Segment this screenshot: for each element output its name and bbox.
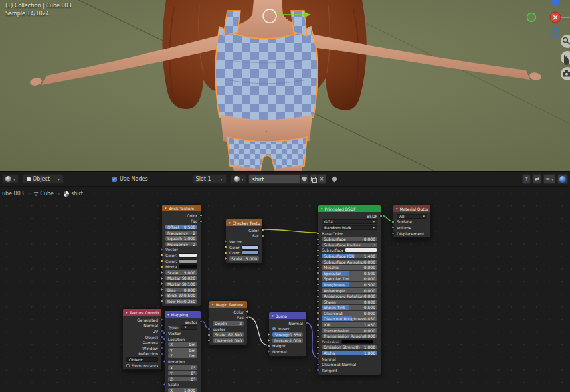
node-row[interactable]: ✓ Random Walk ▾ bbox=[318, 225, 381, 231]
node-row[interactable]: ✓ Type: Type: Point ▾ bbox=[165, 325, 201, 331]
row-widget[interactable]: Clearcoat 0.000 ▾ bbox=[322, 311, 377, 316]
collapse-icon[interactable]: ▾ bbox=[396, 207, 398, 211]
color-swatch[interactable] bbox=[242, 245, 259, 250]
node-row[interactable]: ✓ Normal Normal ▾ bbox=[318, 356, 381, 362]
material-preview-button[interactable] bbox=[557, 174, 568, 184]
input-socket[interactable] bbox=[163, 332, 166, 335]
input-socket[interactable] bbox=[316, 312, 320, 315]
input-socket[interactable] bbox=[316, 254, 320, 258]
input-socket[interactable] bbox=[316, 272, 320, 275]
output-socket[interactable] bbox=[160, 347, 163, 350]
material-name-field[interactable]: shirt bbox=[248, 174, 300, 184]
input-socket[interactable] bbox=[207, 339, 211, 342]
node-row[interactable]: ✓ Generated Generated ▾ bbox=[123, 317, 161, 323]
input-socket[interactable] bbox=[160, 276, 163, 280]
node-row[interactable]: ✓ Vector Vector ▾ bbox=[165, 330, 201, 336]
input-socket[interactable] bbox=[316, 300, 320, 304]
node-row[interactable]: ✓ Subsurface Radius Subsurface Radius ▾ bbox=[318, 242, 381, 248]
node-row[interactable]: ✓ Bias Bias 0.000 ▾ bbox=[162, 287, 201, 293]
collapse-icon[interactable]: ▾ bbox=[212, 302, 214, 306]
node-row[interactable]: ✓ X X 1.000 ▾ bbox=[165, 387, 201, 392]
input-socket[interactable] bbox=[224, 246, 227, 249]
node-row[interactable]: ✓ Vector Vector ▾ bbox=[226, 239, 262, 245]
input-socket[interactable] bbox=[316, 306, 320, 309]
row-widget[interactable]: Subsurface IOR 1.400 ▾ bbox=[322, 254, 377, 258]
input-socket[interactable] bbox=[316, 323, 320, 326]
node-row[interactable]: ✓ Specular Tint Specular Tint 0.000 ▾ bbox=[318, 276, 381, 282]
output-socket[interactable] bbox=[199, 219, 203, 223]
node-row[interactable]: ✓ Color Color ▾ bbox=[209, 309, 247, 315]
node-row[interactable]: ✓ Subsurface Anisotropy Subsurface Aniso… bbox=[318, 259, 381, 265]
input-socket[interactable] bbox=[391, 226, 395, 229]
input-socket[interactable] bbox=[160, 265, 163, 268]
node-row[interactable]: ✓ Distance Distance 1.000 ▾ bbox=[269, 338, 306, 343]
node-row[interactable]: ✓ All ▾ bbox=[393, 213, 430, 219]
node-row[interactable]: ✓ GGX ▾ bbox=[318, 219, 381, 225]
node-row[interactable]: ✓ Brick Width Brick Width 0.500 ▾ bbox=[162, 292, 201, 298]
node-row[interactable]: ✓ Color2 Color2 ▾ bbox=[226, 250, 262, 256]
input-socket[interactable] bbox=[207, 328, 211, 331]
node-row[interactable]: ✓ X X 0° ▾ bbox=[165, 365, 201, 371]
row-widget[interactable]: Distance 1.000 ▾ bbox=[272, 338, 303, 343]
node-row[interactable]: ✓ Camera Camera ▾ bbox=[123, 340, 161, 345]
row-widget[interactable]: Subsurface Radius ▾ bbox=[322, 243, 377, 247]
node-row[interactable]: ✓ Color1 Color1 ▾ bbox=[162, 252, 201, 258]
node-row[interactable]: ✓ Frequency Frequency 2 ▾ bbox=[162, 230, 201, 236]
node-row[interactable]: ✓ Location Location ▾ bbox=[165, 336, 201, 342]
input-socket[interactable] bbox=[391, 220, 395, 223]
input-socket[interactable] bbox=[160, 288, 163, 292]
row-widget[interactable]: Type: Point ▾ bbox=[181, 325, 197, 330]
input-socket[interactable] bbox=[160, 248, 163, 251]
collapse-icon[interactable]: ▾ bbox=[229, 221, 231, 225]
input-socket[interactable] bbox=[207, 333, 211, 336]
node-row[interactable]: ✓ Alpha Alpha 1.000 ▾ bbox=[318, 350, 381, 356]
node-row[interactable]: ✓ UV UV ▾ bbox=[123, 328, 161, 334]
output-socket[interactable] bbox=[199, 214, 203, 217]
node-row[interactable]: ✓ Surface Surface ▾ bbox=[393, 219, 430, 225]
node-row[interactable]: ✓ Rotation Rotation ▾ bbox=[165, 359, 201, 365]
output-socket[interactable] bbox=[160, 324, 163, 327]
node-texture-coordinate[interactable]: ▾ Texture Coordinate ✓ Generated Generat… bbox=[122, 308, 162, 370]
row-widget[interactable]: IOR 1.450 ▾ bbox=[322, 322, 377, 327]
color-swatch[interactable] bbox=[345, 248, 377, 252]
input-socket[interactable] bbox=[316, 243, 320, 246]
input-socket[interactable] bbox=[160, 282, 163, 286]
output-socket[interactable] bbox=[246, 316, 249, 319]
use-nodes-checkbox[interactable]: ✓ Use Nodes bbox=[112, 176, 148, 182]
row-widget[interactable]: Mortar Smooth 0.100 ▾ bbox=[165, 282, 197, 286]
node-row[interactable]: ✓ Scale Scale 5.000 ▾ bbox=[162, 270, 201, 276]
node-row[interactable]: ✓ Normal Normal ▾ bbox=[269, 349, 306, 355]
collapse-icon[interactable]: ▾ bbox=[165, 206, 167, 210]
collapse-icon[interactable]: ▾ bbox=[321, 207, 323, 211]
node-row[interactable]: ✓ Displacement Displacement ▾ bbox=[393, 231, 430, 237]
row-widget[interactable]: Y 0° ▾ bbox=[168, 371, 197, 375]
node-row[interactable]: ✓ Fac Fac ▾ bbox=[162, 219, 201, 225]
row-widget[interactable]: Object: ▾ bbox=[126, 357, 158, 362]
node-row[interactable]: ✓ Scale Scale ▾ bbox=[165, 382, 201, 388]
breadcrumb-item[interactable]: ube.003 › bbox=[2, 191, 34, 197]
row-widget[interactable]: Strength 0.550 ▾ bbox=[272, 332, 303, 337]
row-widget[interactable]: Scale 5.000 ▾ bbox=[165, 270, 197, 275]
input-socket[interactable] bbox=[267, 350, 270, 353]
node-header[interactable]: ▾ Bump bbox=[269, 312, 306, 319]
node-row[interactable]: ✓ Anisotropic Anisotropic 0.000 ▾ bbox=[318, 288, 381, 294]
row-widget[interactable]: Roughness 0.500 ▾ bbox=[322, 282, 377, 287]
row-widget[interactable]: Z 0m ▾ bbox=[168, 353, 197, 358]
node-header[interactable]: ▾ Magic Texture bbox=[209, 301, 247, 308]
row-widget[interactable]: Brick Width 0.500 ▾ bbox=[165, 293, 197, 298]
node-row[interactable]: ✓ Distortion Distortion 1.000 ▾ bbox=[209, 338, 247, 343]
node-brick-texture[interactable]: ▾ Brick Texture ✓ Color Color ▾ bbox=[161, 204, 201, 306]
input-socket[interactable] bbox=[163, 338, 166, 341]
collapse-icon[interactable]: ▾ bbox=[167, 312, 169, 316]
row-widget[interactable]: Anisotropic 0.000 ▾ bbox=[322, 288, 377, 293]
node-row[interactable]: ✓ Clearcoat Clearcoat 0.000 ▾ bbox=[318, 310, 381, 316]
collapse-icon[interactable]: ▾ bbox=[272, 314, 274, 318]
node-header[interactable]: ▾ Mapping bbox=[165, 311, 201, 318]
node-row[interactable]: ✓ Normal Normal ▾ bbox=[123, 323, 161, 329]
node-principled-bsdf[interactable]: ▾ Principled BSDF ✓ BSDF BSDF ▾ bbox=[318, 205, 381, 375]
input-socket[interactable] bbox=[316, 329, 320, 332]
node-row[interactable]: ✓ Mortar Mortar ▾ bbox=[162, 264, 201, 270]
input-socket[interactable] bbox=[224, 257, 227, 260]
node-row[interactable]: ✓ Color2 Color2 ▾ bbox=[162, 258, 201, 264]
node-row[interactable]: ✓ Color1 Color1 ▾ bbox=[226, 245, 262, 250]
